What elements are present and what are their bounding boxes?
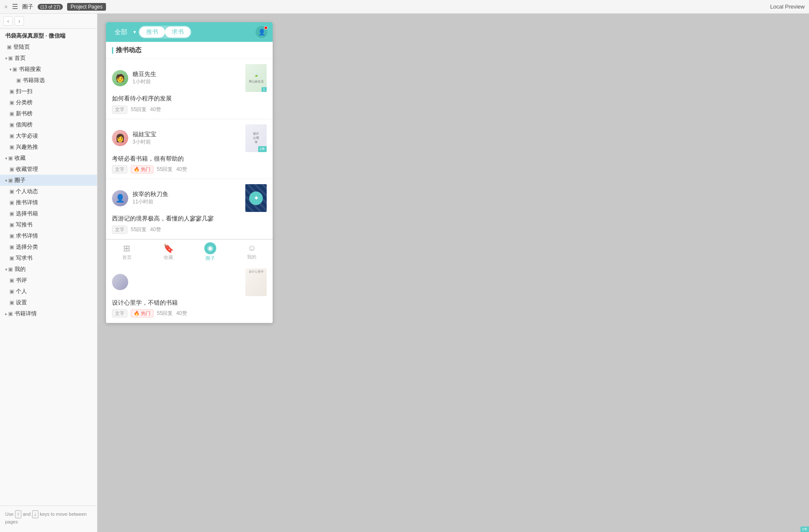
sidebar-item-qiushuxiangqing[interactable]: ▣ 求书详情 (0, 230, 97, 241)
reply-count: 55回复 (157, 166, 173, 173)
reply-count: 55回复 (131, 226, 147, 233)
page-icon: ▣ (9, 233, 14, 239)
book-count-badge: 2本 (258, 146, 267, 152)
sidebar-item-xingqutui[interactable]: ▣ 兴趣热推 (0, 141, 97, 153)
nav-home-label: 首页 (122, 254, 132, 261)
sidebar-item-wode[interactable]: ▾ ▣ 我的 (0, 264, 97, 275)
post-header: 👩 福娃宝宝 3小时前 设计心理学 2本 (112, 124, 267, 152)
nav-wode[interactable]: ☺ 我的 (231, 243, 273, 260)
sidebar-item-xuanzeshuji[interactable]: ▣ 选择书籍 (0, 208, 97, 219)
sidebar-item-label: 扫一扫 (16, 88, 32, 95)
like-count: 40赞 (150, 106, 161, 113)
sidebar-item-quanzi[interactable]: ▾ ▣ 圈子 (0, 175, 97, 186)
sidebar-item-saoyisao[interactable]: ▣ 扫一扫 (0, 86, 97, 97)
post-card-partial[interactable]: 设计心里学 2本 设计心里学，不错的书籍 文字 🔥 热门 55回复 40赞 (106, 263, 273, 323)
collection-icon: 🔖 (163, 243, 174, 253)
post-username: 糖豆先生 (132, 71, 241, 78)
tab-all-label[interactable]: 全部 (111, 26, 131, 38)
key-up-badge: ↑ (15, 510, 22, 518)
page-icon: ▣ (9, 111, 14, 117)
page-icon: ▣ (9, 222, 14, 228)
page-icon: ▣ (9, 300, 14, 306)
tag-hot: 🔥 热门 (131, 165, 153, 173)
sidebar-item-gerendongtai[interactable]: ▣ 个人动态 (0, 186, 97, 197)
sidebar-item-shujixiangqing[interactable]: ▸ ▣ 书籍详情 (0, 308, 97, 319)
post-time: 1小时前 (132, 78, 241, 85)
post-meta: 文字 🔥 热门 55回复 40赞 (112, 309, 267, 317)
sidebar-item-fenleibang[interactable]: ▣ 分类榜 (0, 97, 97, 108)
sidebar-item-xinshubang[interactable]: ▣ 新书榜 (0, 108, 97, 119)
sidebar-item-xietuishu[interactable]: ▣ 写推书 (0, 219, 97, 230)
sidebar-item-label: 书评 (16, 276, 27, 284)
wode-icon: ☺ (247, 243, 256, 253)
top-bar: × ☰ 圈子 (13 of 27) Project Pages Local Pr… (0, 0, 809, 14)
book-thumbnail: 设计心里学 2本 (245, 268, 267, 296)
nav-quanzi[interactable]: ◉ 圈子 (189, 242, 231, 262)
book-feather-icon: ✦ (249, 191, 263, 205)
sidebar-item-xuanzefenlei[interactable]: ▣ 选择分类 (0, 241, 97, 253)
project-pages-button[interactable]: Project Pages (67, 3, 106, 11)
nav-collection[interactable]: 🔖 收藏 (148, 243, 190, 261)
post-header: 设计心里学 2本 (112, 268, 267, 296)
section-title: 推书动态 (116, 46, 141, 54)
avatar-icon: 👤 (115, 194, 125, 203)
post-time: 11小时前 (132, 198, 241, 206)
sidebar-item-geren[interactable]: ▣ 个人 (0, 286, 97, 297)
chevron-down-icon: ▾ (5, 178, 7, 183)
tab-tuishu-button[interactable]: 推书 (139, 26, 165, 38)
sidebar-item-shujisousuo[interactable]: ▾ ▣ 书籍搜索 (0, 64, 97, 75)
sidebar-item-shezhi[interactable]: ▣ 设置 (0, 297, 97, 308)
sidebar-item-jieyuebang[interactable]: ▣ 借阅榜 (0, 119, 97, 130)
post-card[interactable]: 🧑 糖豆先生 1小时前 🍃 周心娃生活 1 如何看待小程序的发展 (106, 59, 273, 119)
close-icon[interactable]: × (4, 3, 8, 10)
nav-prev-button[interactable]: ‹ (3, 16, 13, 26)
sidebar-nav: ‹ › (0, 14, 97, 29)
sidebar-item-tuishuxiangqing[interactable]: ▣ 推书详情 (0, 197, 97, 208)
main-layout: ‹ › 书袋高保真原型 · 微信端 ▣ 登陆页 ▾ ▣ 首页 ▾ ▣ (0, 14, 809, 532)
sidebar-item-label: 推书详情 (16, 199, 38, 206)
tag-hot: 🔥 热门 (131, 309, 153, 317)
user-avatar-icon[interactable]: 👤 (256, 26, 268, 38)
post-user-info: 挨宰的秋刀鱼 11小时前 (132, 191, 241, 206)
sidebar-item-label: 书籍筛选 (23, 76, 45, 84)
page-icon: ▣ (9, 100, 14, 106)
menu-icon[interactable]: ☰ (12, 3, 18, 11)
chevron-right-icon: ▸ (5, 312, 7, 316)
post-card[interactable]: 👩 福娃宝宝 3小时前 设计心理学 2本 考研必看书籍，很有帮助的 (106, 119, 273, 179)
nav-next-button[interactable]: › (15, 16, 24, 26)
post-content: 如何看待小程序的发展 (112, 94, 267, 103)
sidebar: ‹ › 书袋高保真原型 · 微信端 ▣ 登陆页 ▾ ▣ 首页 ▾ ▣ (0, 14, 97, 532)
sidebar-item-daxuebidu[interactable]: ▣ 大学必读 (0, 130, 97, 141)
sidebar-item-label: 收藏管理 (16, 165, 38, 173)
nav-quanzi-label: 圈子 (206, 255, 215, 262)
sidebar-item-label: 个人 (16, 288, 27, 295)
header-tabs: 全部 ▾ 推书 求书 (111, 26, 191, 38)
sidebar-item-label: 书籍详情 (15, 310, 37, 317)
page-icon: ▣ (9, 200, 14, 206)
sidebar-item-shuping[interactable]: ▣ 书评 (0, 275, 97, 286)
nav-home[interactable]: ⊞ 首页 (106, 243, 148, 261)
content-area: 全部 ▾ 推书 求书 👤 推书动态 (97, 14, 809, 532)
tag-text: 文字 (112, 165, 127, 173)
sidebar-item-denglu[interactable]: ▣ 登陆页 (0, 41, 97, 53)
sidebar-item-label: 求书详情 (16, 232, 38, 240)
sidebar-item-xieqiushu[interactable]: ▣ 写求书 (0, 253, 97, 264)
like-count: 40赞 (176, 166, 187, 173)
post-header: 🧑 糖豆先生 1小时前 🍃 周心娃生活 1 (112, 64, 267, 92)
book-thumbnail: 🍃 周心娃生活 1 (245, 64, 267, 92)
post-user-info: 糖豆先生 1小时前 (132, 71, 241, 85)
sidebar-item-shoucang[interactable]: ▾ ▣ 收藏 (0, 153, 97, 164)
sidebar-item-shoucangguanli[interactable]: ▣ 收藏管理 (0, 164, 97, 175)
sidebar-item-shouye[interactable]: ▾ ▣ 首页 (0, 53, 97, 64)
sidebar-item-shujishaixuan[interactable]: ▣ 书籍筛选 (0, 75, 97, 86)
tab-qiushu-button[interactable]: 求书 (165, 26, 191, 38)
page-icon: ▣ (9, 255, 14, 261)
sidebar-bottom-hint: Use ↑ and ↓ keys to move between pages (0, 506, 97, 532)
post-content: 考研必看书籍，很有帮助的 (112, 155, 267, 163)
post-meta: 文字 55回复 40赞 (112, 106, 267, 114)
post-card[interactable]: 👤 挨宰的秋刀鱼 11小时前 ✦ 西游记的境界极高，看懂的人寥寥几寥 文字 55… (106, 179, 273, 239)
post-meta: 文字 🔥 热门 55回复 40赞 (112, 165, 267, 173)
chevron-down-icon: ▾ (9, 67, 12, 72)
avatar-icon: 🧑 (115, 73, 125, 83)
sidebar-item-label: 兴趣热推 (16, 143, 38, 151)
